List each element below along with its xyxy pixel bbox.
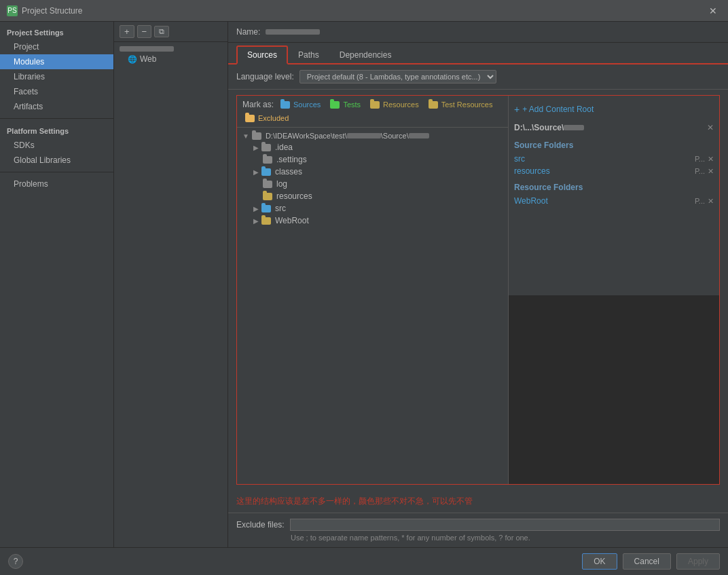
module-toolbar: + − ⧉ (114, 22, 228, 42)
file-tree-panel: Mark as: Sources Tests (237, 96, 509, 484)
tab-sources[interactable]: Sources (236, 45, 288, 64)
resources-remove-button[interactable]: ✕ (708, 167, 714, 176)
file-tree-settings[interactable]: .settings (240, 153, 505, 166)
sidebar-item-project[interactable]: Project (0, 39, 113, 54)
name-value (266, 29, 320, 35)
mark-as-row: Mark as: Sources Tests (237, 96, 508, 128)
sidebar-item-facets[interactable]: Facets (0, 84, 113, 99)
sources-content: Mark as: Sources Tests (236, 95, 720, 485)
titlebar-left: PS Project Structure (7, 5, 82, 16)
file-tree-classes[interactable]: ▶ classes (240, 166, 505, 178)
tab-dependencies[interactable]: Dependencies (329, 46, 402, 63)
mark-sources-button[interactable]: Sources (278, 100, 323, 109)
titlebar: PS Project Structure ✕ (0, 0, 728, 22)
apply-button[interactable]: Apply (676, 553, 720, 570)
exclude-hint: Use ; to separate name patterns, * for a… (236, 534, 720, 542)
add-icon: + (514, 104, 520, 115)
mark-as-label: Mark as: (242, 100, 274, 109)
root-path-label: D:\IDEAWorkSpace\test\\Source\ (266, 132, 429, 140)
webroot-folder-icon (261, 217, 271, 225)
platform-settings-section: Platform Settings (0, 123, 113, 138)
resources-folder-actions: P... ✕ (695, 167, 714, 176)
idea-folder-icon (261, 144, 271, 151)
source-folders-title: Source Folders (514, 141, 714, 150)
file-tree-resources[interactable]: resources (240, 190, 505, 202)
language-level-label: Language level: (236, 72, 294, 81)
mark-resources-button[interactable]: Resources (367, 100, 422, 109)
tests-folder-icon (330, 101, 340, 109)
source-path-label: D:\...\Source\ (514, 120, 584, 135)
name-label: Name: (236, 27, 260, 37)
file-tree-src[interactable]: ▶ src (240, 202, 505, 215)
mark-excluded-button[interactable]: Excluded (242, 113, 291, 123)
webroot-remove-button[interactable]: ✕ (708, 197, 714, 206)
center-right-area: + − ⧉ 🌐 Web (114, 22, 728, 547)
add-module-button[interactable]: + (120, 25, 134, 38)
ok-button[interactable]: OK (582, 553, 617, 570)
settings-folder-icon (263, 156, 272, 164)
source-folder-src: src P... ✕ (514, 153, 714, 165)
close-path-button[interactable]: ✕ (707, 123, 714, 132)
webroot-folder-name: WebRoot (514, 196, 695, 206)
sidebar: Project Settings Project Modules Librari… (0, 22, 114, 547)
exclude-area: Exclude files: Use ; to separate name pa… (228, 513, 728, 547)
webroot-chevron: ▶ (253, 217, 259, 225)
sidebar-item-sdks[interactable]: SDKs (0, 138, 113, 153)
copy-module-button[interactable]: ⧉ (154, 26, 169, 37)
webroot-edit-button[interactable]: P... (695, 197, 705, 206)
language-level-select[interactable]: Project default (8 - Lambdas, type annot… (299, 70, 496, 84)
exclude-input[interactable] (290, 519, 720, 531)
resource-folders-title: Resource Folders (514, 183, 714, 192)
file-tree-log[interactable]: log (240, 178, 505, 190)
remove-module-button[interactable]: − (137, 25, 152, 38)
sources-folder-icon (280, 101, 290, 109)
src-folder-name: src (514, 154, 695, 164)
window-title: Project Structure (22, 6, 82, 16)
src-folder-icon (261, 205, 271, 212)
file-tree-root[interactable]: ▼ D:\IDEAWorkSpace\test\\Source\ (240, 130, 505, 141)
tab-paths[interactable]: Paths (288, 46, 329, 63)
add-content-root-button[interactable]: + + Add Content Root (514, 101, 714, 117)
mark-tests-button[interactable]: Tests (327, 100, 363, 109)
close-button[interactable]: ✕ (705, 4, 721, 18)
blurred-path (564, 125, 584, 130)
source-folder-resources: resources P... ✕ (514, 165, 714, 177)
exclude-label: Exclude files: (236, 520, 285, 530)
right-detail-panel: Name: Sources Paths Dependencies (228, 22, 728, 547)
mark-test-resources-button[interactable]: Test Resources (426, 100, 496, 109)
project-settings-section: Project Settings (0, 24, 113, 39)
sidebar-divider-2 (0, 172, 113, 172)
resources-folder-name: resources (514, 166, 695, 176)
src-edit-button[interactable]: P... (695, 155, 705, 164)
source-path-row: D:\...\Source\ ✕ (514, 120, 714, 135)
blurred-module-name (120, 46, 174, 52)
resources-folder-icon (370, 101, 380, 109)
file-tree-webroot[interactable]: ▶ WebRoot (240, 215, 505, 227)
content-split: + − ⧉ 🌐 Web (114, 22, 728, 547)
sidebar-item-libraries[interactable]: Libraries (0, 69, 113, 84)
sidebar-divider-1 (0, 118, 113, 119)
root-chevron: ▼ (242, 132, 249, 140)
src-chevron: ▶ (253, 205, 259, 212)
web-module-icon: 🌐 (128, 55, 137, 64)
sidebar-item-global-libraries[interactable]: Global Libraries (0, 153, 113, 168)
cancel-button[interactable]: Cancel (623, 553, 671, 570)
tree-item-blurred[interactable] (117, 45, 225, 53)
web-module-label: Web (140, 54, 156, 64)
sidebar-item-problems[interactable]: Problems (0, 177, 113, 191)
src-remove-button[interactable]: ✕ (708, 155, 714, 164)
src-folder-actions: P... ✕ (695, 155, 714, 164)
classes-chevron: ▶ (253, 168, 259, 176)
sidebar-item-modules[interactable]: Modules (0, 54, 113, 69)
module-tree: 🌐 Web (114, 42, 228, 547)
dark-placeholder (509, 295, 719, 484)
footer-right: OK Cancel Apply (582, 553, 720, 570)
tree-item-web[interactable]: 🌐 Web (117, 53, 225, 65)
help-button[interactable]: ? (8, 554, 23, 569)
sidebar-item-artifacts[interactable]: Artifacts (0, 99, 113, 114)
resources-edit-button[interactable]: P... (695, 167, 705, 176)
test-resources-folder-icon (429, 101, 438, 109)
app-icon: PS (7, 5, 18, 16)
file-tree-idea[interactable]: ▶ .idea (240, 141, 505, 153)
log-folder-icon (263, 181, 272, 188)
